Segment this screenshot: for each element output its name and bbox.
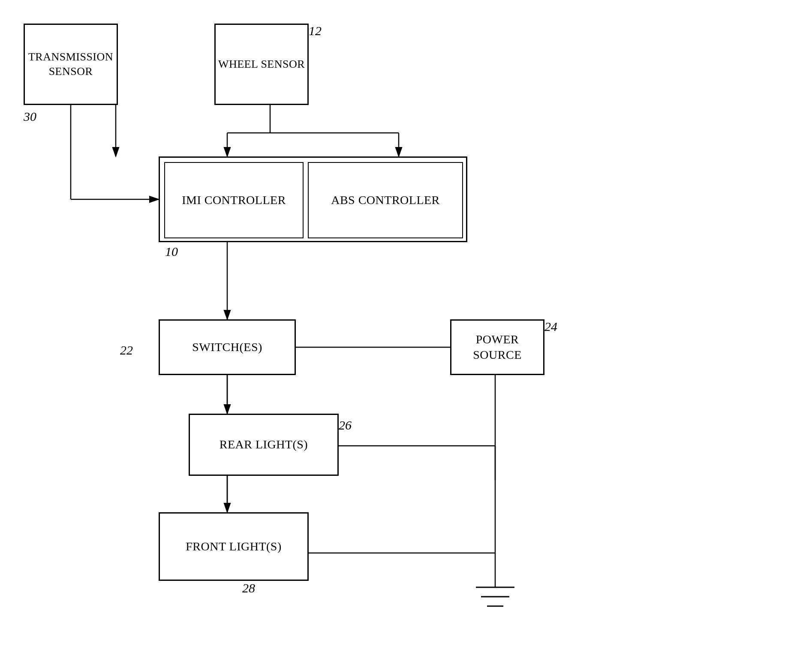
ref-28: 28 [242,581,255,595]
diagram: TRANSMISSION SENSOR WHEEL SENSOR IMI CON… [0,0,812,655]
abs-controller-box: ABS CONTROLLER [308,162,463,238]
imi-controller-box: IMI CONTROLLER [164,162,304,238]
power-source-label: POWER SOURCE [451,332,543,363]
wheel-sensor-label: WHEEL SENSOR [218,57,305,72]
rear-lights-box: REAR LIGHT(S) [189,414,339,476]
ref-22: 22 [120,343,133,358]
abs-controller-label: ABS CONTROLLER [331,192,440,208]
transmission-sensor-label: TRANSMISSION SENSOR [25,50,117,79]
wheel-sensor-box: WHEEL SENSOR [214,24,309,105]
switches-label: SWITCH(ES) [192,340,262,355]
ref-30: 30 [24,109,36,124]
ref-10: 10 [165,244,178,259]
front-lights-box: FRONT LIGHT(S) [159,512,309,581]
diagram-arrows [0,0,812,655]
power-source-box: POWER SOURCE [450,319,544,375]
front-lights-label: FRONT LIGHT(S) [186,539,281,554]
ref-26: 26 [339,418,352,433]
imi-controller-label: IMI CONTROLLER [182,192,286,208]
rear-lights-label: REAR LIGHT(S) [220,437,308,452]
transmission-sensor-box: TRANSMISSION SENSOR [24,24,118,105]
controllers-outer-box: IMI CONTROLLER ABS CONTROLLER [159,156,467,242]
ref-12: 12 [309,24,322,38]
switches-box: SWITCH(ES) [159,319,296,375]
ref-24: 24 [544,319,557,334]
